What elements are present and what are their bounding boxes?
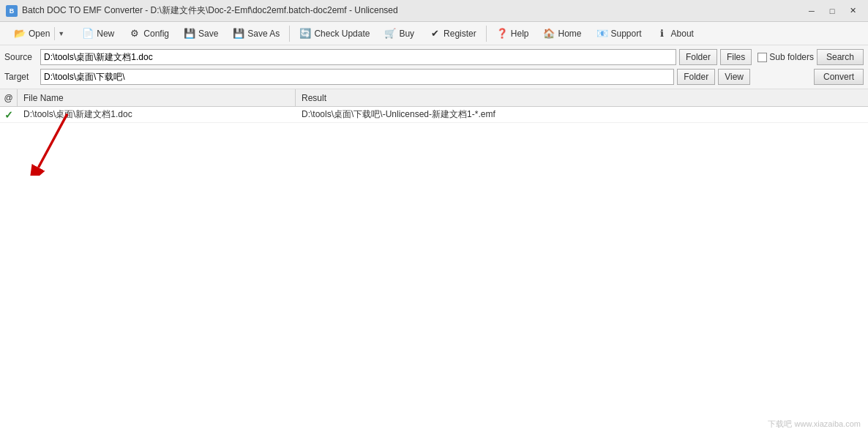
support-label: Support (611, 29, 642, 39)
row-status: ✓ (0, 109, 18, 121)
menu-item-new[interactable]: 📄 New (75, 24, 121, 43)
subfolders-label: Sub folders (757, 52, 814, 62)
buy-label: Buy (399, 29, 414, 39)
open-main-button[interactable]: 📂 Open (10, 25, 54, 42)
window-controls: ─ □ ✕ (802, 4, 862, 18)
menu-item-config[interactable]: ⚙ Config (122, 24, 176, 43)
source-row: Source Folder Files Sub folders Search (4, 48, 864, 66)
new-label: New (97, 29, 114, 39)
open-icon: 📂 (14, 28, 26, 40)
close-button[interactable]: ✕ (843, 4, 862, 18)
title-bar: B Batch DOC TO EMF Converter - D:\新建文件夹\… (0, 0, 868, 22)
target-input[interactable] (40, 69, 674, 85)
register-label: Register (444, 29, 476, 39)
header-at: @ (0, 89, 18, 106)
checkupdate-icon: 🔄 (299, 28, 311, 40)
target-view-button[interactable]: View (718, 69, 750, 85)
menu-divider-1 (289, 26, 290, 42)
menu-bar: 📂 Open ▼ 📄 New ⚙ Config 💾 Save 💾 Save As… (0, 22, 868, 45)
open-label: Open (29, 29, 50, 39)
menu-item-checkupdate[interactable]: 🔄 Check Update (293, 24, 376, 43)
menu-item-help[interactable]: ❓ Help (490, 24, 536, 43)
saveas-icon: 💾 (233, 28, 244, 40)
source-input[interactable] (40, 49, 676, 65)
window-title: Batch DOC TO EMF Converter - D:\新建文件夹\Do… (22, 4, 398, 17)
about-icon: ℹ (656, 28, 668, 40)
target-label: Target (4, 72, 37, 82)
watermark: 下载吧 www.xiazaiba.com (768, 419, 861, 430)
table-row[interactable]: ✓ D:\tools\桌面\新建文档1.doc D:\tools\桌面\下载吧\… (0, 107, 868, 123)
help-icon: ❓ (496, 28, 508, 40)
header-filename: File Name (18, 89, 296, 106)
save-label: Save (198, 29, 218, 39)
checkupdate-label: Check Update (314, 29, 370, 39)
new-icon: 📄 (82, 28, 94, 40)
minimize-button[interactable]: ─ (802, 4, 821, 18)
row-result: D:\tools\桌面\下载吧\-Unlicensed-新建文档1-*.emf (296, 108, 868, 121)
support-icon: 📧 (596, 28, 608, 40)
menu-item-saveas[interactable]: 💾 Save As (226, 24, 286, 43)
home-icon: 🏠 (543, 28, 555, 40)
config-label: Config (143, 29, 169, 39)
maximize-button[interactable]: □ (823, 4, 842, 18)
home-label: Home (558, 29, 581, 39)
list-header: @ File Name Result (0, 89, 868, 107)
list-body: ✓ D:\tools\桌面\新建文档1.doc D:\tools\桌面\下载吧\… (0, 107, 868, 434)
title-bar-left: B Batch DOC TO EMF Converter - D:\新建文件夹\… (6, 4, 398, 17)
target-folder-button[interactable]: Folder (677, 69, 715, 85)
register-icon: ✔ (429, 28, 441, 40)
subfolders-text: Sub folders (769, 52, 814, 62)
source-label: Source (4, 52, 37, 62)
main-content: @ File Name Result ✓ D:\tools\桌面\新建文档1.d… (0, 89, 868, 434)
app-icon: B (6, 5, 18, 17)
about-label: About (671, 29, 694, 39)
menu-item-support[interactable]: 📧 Support (590, 24, 648, 43)
saveas-label: Save As (247, 29, 280, 39)
convert-button[interactable]: Convert (814, 69, 864, 85)
open-dropdown-arrow[interactable]: ▼ (54, 27, 67, 40)
menu-divider-2 (486, 26, 487, 42)
subfolders-checkbox[interactable] (757, 53, 767, 62)
save-icon: 💾 (184, 28, 195, 40)
menu-item-buy[interactable]: 🛒 Buy (378, 24, 421, 43)
buy-icon: 🛒 (384, 28, 396, 40)
source-files-button[interactable]: Files (720, 49, 752, 65)
menu-item-register[interactable]: ✔ Register (422, 24, 483, 43)
menu-item-home[interactable]: 🏠 Home (536, 24, 588, 43)
menu-item-save[interactable]: 💾 Save (177, 24, 225, 43)
help-label: Help (511, 29, 529, 39)
search-button[interactable]: Search (817, 49, 864, 65)
menu-item-about[interactable]: ℹ About (650, 24, 700, 43)
menu-item-open[interactable]: 📂 Open ▼ (3, 21, 74, 46)
target-row: Target Folder View Convert (4, 68, 864, 86)
toolbar: Source Folder Files Sub folders Search T… (0, 45, 868, 89)
config-icon: ⚙ (129, 28, 141, 40)
header-result: Result (296, 89, 868, 106)
row-filename: D:\tools\桌面\新建文档1.doc (18, 108, 296, 121)
source-folder-button[interactable]: Folder (679, 49, 717, 65)
